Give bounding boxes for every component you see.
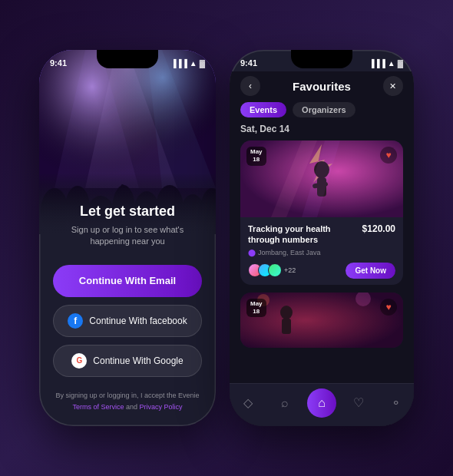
battery-icon-r: ▓	[398, 59, 403, 68]
bottom-navigation: ◇ ⌕ ⌂ ♡ ⚬	[230, 383, 414, 426]
terms-link[interactable]: Terms of Service	[72, 403, 124, 411]
section-date: Sat, Dec 14	[230, 124, 414, 140]
close-button[interactable]: ✕	[383, 76, 403, 96]
right-header: ‹ Favourites ✕	[230, 71, 414, 102]
card-footer-1: +22 Get Now	[248, 263, 395, 279]
nav-profile-icon[interactable]: ⚬	[381, 388, 410, 418]
svg-rect-16	[118, 184, 124, 201]
status-icons-right: ▐▐▐ ▲ ▓	[369, 59, 403, 68]
card-badge-1: May 18	[246, 147, 266, 166]
continue-email-button[interactable]: Continue With Email	[53, 265, 202, 297]
badge-month-2: May	[250, 300, 263, 308]
nav-home-icon[interactable]: ⌂	[307, 388, 336, 418]
privacy-link[interactable]: Privacy Policy	[140, 403, 183, 411]
card-favorite-2[interactable]: ♥	[380, 299, 397, 316]
continue-facebook-button[interactable]: f Continue With facebook	[53, 305, 202, 337]
location-icon-1: ⬤	[248, 249, 256, 256]
card-image-1: May 18 ♥	[240, 140, 403, 217]
location-text-1: Jombang, East Java	[258, 249, 321, 256]
google-label: Continue With Google	[93, 355, 183, 366]
badge-month-1: May	[250, 148, 263, 156]
card-body-1: Tracking your health through numbers $12…	[240, 217, 403, 285]
badge-day-1: 18	[250, 156, 263, 164]
left-phone: 9:41 ▐▐▐ ▲ ▓	[39, 50, 216, 426]
right-screen: ‹ Favourites ✕ Events Organizers Sat, De…	[230, 71, 414, 426]
facebook-label: Continue With facebook	[89, 316, 187, 326]
left-content: Let get started Sign up or log in to see…	[39, 203, 216, 385]
signal-icon-r: ▐▐▐	[369, 59, 385, 68]
back-button[interactable]: ‹	[240, 76, 260, 96]
filter-tabs: Events Organizers	[230, 102, 414, 124]
status-time-right: 9:41	[240, 58, 257, 68]
card-location-1: ⬤ Jombang, East Java	[248, 249, 395, 256]
footer-and: and	[126, 403, 140, 411]
card-badge-2: May 18	[246, 299, 266, 318]
status-bar-left: 9:41 ▐▐▐ ▲ ▓	[39, 50, 216, 71]
right-phone: 9:41 ▐▐▐ ▲ ▓ ‹ Favourites ✕ Events Organ…	[230, 50, 414, 426]
signal-icon: ▐▐▐	[171, 59, 187, 68]
event-card-2: May 18 ♥	[240, 293, 403, 348]
status-time-left: 9:41	[50, 58, 67, 68]
hero-title: Let get started	[80, 203, 175, 220]
card-title-1: Tracking your health through numbers	[248, 223, 356, 246]
avatar-3	[268, 263, 282, 277]
nav-heart-icon[interactable]: ♡	[344, 388, 373, 418]
tab-events[interactable]: Events	[240, 102, 286, 117]
wifi-icon: ▲	[190, 59, 197, 68]
google-icon: G	[71, 353, 87, 369]
tab-organizers[interactable]: Organizers	[293, 102, 355, 117]
svg-rect-17	[165, 187, 170, 202]
badge-day-2: 18	[250, 308, 263, 316]
card-favorite-1[interactable]: ♥	[380, 147, 397, 164]
card-price-1: $120.00	[362, 223, 395, 234]
status-icons-left: ▐▐▐ ▲ ▓	[171, 59, 205, 68]
status-bar-right: 9:41 ▐▐▐ ▲ ▓	[230, 50, 414, 71]
avatar-count: +22	[284, 266, 296, 274]
battery-icon: ▓	[200, 59, 205, 68]
header-title: Favourites	[293, 80, 351, 93]
nav-diamond-icon[interactable]: ◇	[233, 388, 263, 418]
facebook-icon: f	[68, 313, 83, 329]
card-image-2: May 18 ♥	[240, 293, 403, 348]
get-now-button[interactable]: Get Now	[346, 263, 395, 279]
card-title-row-1: Tracking your health through numbers $12…	[248, 223, 395, 246]
footer-line1: By signing up or logging in, I accept th…	[55, 392, 199, 399]
event-card-1: May 18 ♥ Tracking your health through nu…	[240, 140, 403, 285]
continue-google-button[interactable]: G Continue With Google	[53, 345, 202, 377]
wifi-icon-r: ▲	[388, 59, 395, 68]
svg-rect-15	[71, 188, 78, 203]
avatar-stack-1: +22	[248, 263, 296, 277]
nav-search-icon[interactable]: ⌕	[270, 388, 299, 418]
footer-text: By signing up or logging in, I accept th…	[39, 390, 216, 412]
hero-subtitle: Sign up or log in to see what's happenin…	[53, 224, 202, 248]
